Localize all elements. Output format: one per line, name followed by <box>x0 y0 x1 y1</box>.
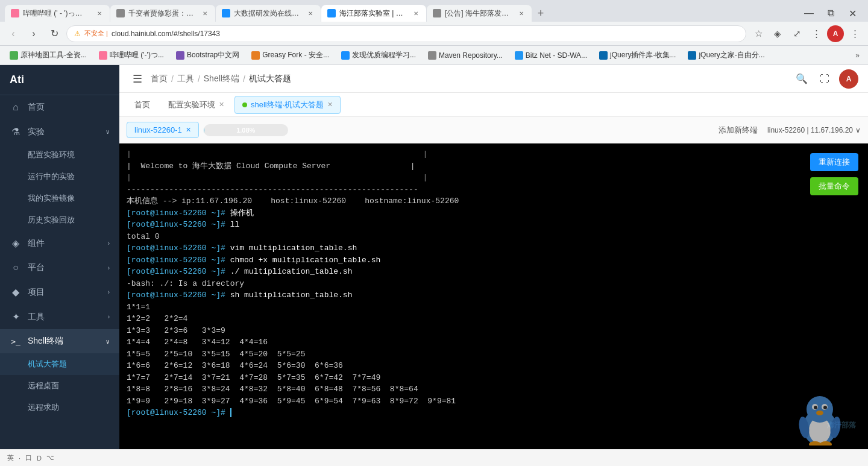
fullscreen-icon[interactable]: ⛶ <box>816 71 833 87</box>
tab-hainiubl-active[interactable]: 海汪部落实验室 | 大数据学习S... ✕ <box>321 5 426 22</box>
bookmark-maven[interactable]: Maven Repository... <box>423 49 508 61</box>
reconnect-button[interactable]: 重新连接 <box>810 153 858 171</box>
sidebar-item-project[interactable]: ◆ 项目 › <box>0 280 119 304</box>
bookmark-programming[interactable]: 发现优质编程学习... <box>336 48 421 62</box>
bookmark-favicon-bitz <box>515 51 523 60</box>
batch-commands-button[interactable]: 批量命令 <box>810 177 858 195</box>
hamburger-menu-icon[interactable]: ☰ <box>129 71 146 87</box>
sidebar-sub-history-exp[interactable]: 历史实验回放 <box>0 209 119 231</box>
extension-icon[interactable]: ◈ <box>769 25 786 42</box>
back-button[interactable]: ‹ <box>5 25 22 42</box>
breadcrumb-shell[interactable]: Shell终端 <box>204 74 239 84</box>
new-tab-button[interactable]: + <box>532 5 549 22</box>
bookmark-favicon-greasyfork <box>251 51 260 60</box>
refresh-button[interactable]: ↻ <box>46 25 63 42</box>
sidebar-item-platform[interactable]: ○ 平台 › <box>0 256 119 280</box>
bookmarks-more-button[interactable]: » <box>852 49 863 61</box>
bookmark-greasyfork[interactable]: Greasy Fork - 安全... <box>247 48 334 62</box>
terminal[interactable]: | | | Welcome to 海牛大数据 Cloud Compute Ser… <box>119 143 868 449</box>
sub-tab-shell-close-icon[interactable]: ✕ <box>327 101 333 109</box>
experiment-arrow-icon: ∨ <box>105 128 110 135</box>
tools-icon: ✦ <box>10 311 22 323</box>
sidebar-item-home[interactable]: ⌂ 首页 <box>0 95 119 119</box>
bookmark-jquery-home[interactable]: jQuery之家-自由分... <box>683 48 769 62</box>
bookmark-favicon-programming <box>341 51 350 60</box>
user-avatar[interactable]: A <box>839 69 858 89</box>
tab-qianbianhe[interactable]: 千变者贾修彩蛋：结算时被反配... ✕ <box>110 5 215 22</box>
bookmark-label-programming: 发现优质编程学习... <box>352 50 416 60</box>
sub-tab-home[interactable]: 首页 <box>127 96 158 114</box>
close-window-button[interactable]: ✕ <box>844 5 861 22</box>
sidebar-logo: Ati <box>0 65 119 95</box>
search-icon[interactable]: 🔍 <box>793 71 810 87</box>
tab-close-bilibili[interactable]: ✕ <box>95 9 104 17</box>
breadcrumb-home[interactable]: 首页 <box>151 74 168 84</box>
sub-tab-shell[interactable]: shell终端·机试大答题 ✕ <box>234 96 341 114</box>
shell-tab-label: linux-52260-1 <box>134 125 182 134</box>
breadcrumb-sep-2: / <box>198 74 200 84</box>
tab-close-3[interactable]: ✕ <box>306 9 315 17</box>
tab-close-4[interactable]: ✕ <box>412 9 420 17</box>
sub-tab-config[interactable]: 配置实验环境 ✕ <box>160 96 232 114</box>
breadcrumb-tools[interactable]: 工具 <box>177 74 194 84</box>
sidebar-sub-my-mirror[interactable]: 我的实验镜像 <box>0 187 119 209</box>
tab-close-2[interactable]: ✕ <box>201 9 209 17</box>
app-container: Ati ⌂ 首页 ⚗ 实验 ∨ 配置实验环境 运行中的实验 我的实验镜像 历史实… <box>0 65 868 449</box>
sidebar-item-experiment[interactable]: ⚗ 实验 ∨ <box>0 119 119 144</box>
bookmark-bitz[interactable]: Bitz Net - SD-WA... <box>510 49 592 61</box>
add-terminal-button[interactable]: 添加新终端 <box>714 122 763 138</box>
sidebar-sub-running-exp[interactable]: 运行中的实验 <box>0 166 119 187</box>
sidebar-item-component[interactable]: ◈ 组件 › <box>0 231 119 256</box>
tab-bilibili[interactable]: 哔哩哔哩 (' - ')っロ 千杯~-bili... ✕ <box>5 5 110 22</box>
tab-close-5[interactable]: ✕ <box>517 9 526 17</box>
tab-favicon-4 <box>327 9 336 17</box>
bookmark-bilibili[interactable]: 哔哩哔哩 ('-')つ... <box>94 48 169 62</box>
address-bar-row: ‹ › ↻ ⚠ 不安全 | cloud.hainiubl.com/#/shell… <box>0 22 868 46</box>
menu-icon[interactable]: ⋮ <box>846 25 863 42</box>
bookmarks-bar: 原神地图工具-全资... 哔哩哔哩 ('-')つ... Bootstrap中文网… <box>0 46 868 65</box>
sync-icon[interactable]: ⤢ <box>788 25 805 42</box>
progress-bar: 1.08% <box>204 124 288 136</box>
terminal-line-chmod: [root@linux-52260 ~]# chmod +x multiplic… <box>127 254 861 266</box>
terminal-line-row6: 1*6=6 2*6=12 3*6=18 4*6=24 5*6=30 6*6=36 <box>127 360 861 372</box>
sidebar-sub-remote-help[interactable]: 远程求助 <box>0 397 119 418</box>
project-arrow-icon: › <box>108 289 110 295</box>
sidebar-sub-exam[interactable]: 机试大答题 <box>0 353 119 375</box>
tab-favicon-2 <box>116 9 125 17</box>
sidebar-sub-config-env[interactable]: 配置实验环境 <box>0 144 119 166</box>
shell-tab-close-icon[interactable]: ✕ <box>186 126 191 134</box>
terminal-line-cursor: [root@linux-52260 ~]# <box>127 407 861 419</box>
sub-tab-config-close-icon[interactable]: ✕ <box>219 101 224 109</box>
tab-label-bilibili: 哔哩哔哩 (' - ')っロ 千杯~-bili... <box>23 8 89 19</box>
bookmark-label-yuanshen: 原神地图工具-全资... <box>20 50 87 60</box>
terminal-line-row5: 1*5=5 2*5=10 3*5=15 4*5=20 5*5=25 <box>127 348 861 361</box>
sidebar-item-platform-label: 平台 <box>28 262 102 273</box>
bookmark-bootstrap[interactable]: Bootstrap中文网 <box>171 48 244 62</box>
address-bar[interactable]: ⚠ 不安全 | cloud.hainiubl.com/#/shells/1734… <box>66 25 746 42</box>
sub-tabs-bar: 首页 配置实验环境 ✕ shell终端·机试大答题 ✕ <box>119 93 868 117</box>
toolbar-right: ☆ ◈ ⤢ ⋮ A ⋮ <box>750 25 863 42</box>
url-prefix: 不安全 | <box>84 29 108 38</box>
bookmark-star-icon[interactable]: ☆ <box>750 25 767 42</box>
tab-bar: 哔哩哔哩 (' - ')っロ 千杯~-bili... ✕ 千变者贾修彩蛋：结算时… <box>0 0 868 22</box>
settings-icon[interactable]: ⋮ <box>808 25 825 42</box>
sidebar-item-shell[interactable]: >_ Shell终端 ∨ <box>0 329 119 353</box>
profile-avatar[interactable]: A <box>827 25 844 42</box>
terminal-line-row4: 1*4=4 2*4=8 3*4=12 4*4=16 <box>127 336 861 348</box>
bookmark-yuanshen[interactable]: 原神地图工具-全资... <box>5 48 92 62</box>
bookmark-jquery-plugin[interactable]: jQuery插件库-收集... <box>594 48 681 62</box>
sidebar-item-tools[interactable]: ✦ 工具 › <box>0 304 119 329</box>
tab-announcement[interactable]: [公告] 海牛部落发帖及问答提问... ✕ <box>427 5 532 22</box>
server-chevron-icon[interactable]: ∨ <box>855 126 861 134</box>
terminal-line-border2: | | <box>127 172 861 184</box>
status-dot: · <box>19 455 20 462</box>
tab-exam[interactable]: 大数据研发岗在线机试 A | 海牛S... ✕ <box>216 5 321 22</box>
status-lang: 英 <box>7 453 14 462</box>
shell-tab-active-dot <box>242 102 247 107</box>
restore-button[interactable]: ⧉ <box>822 5 839 22</box>
forward-button[interactable]: › <box>25 25 42 42</box>
sidebar-sub-remote-desktop[interactable]: 远程桌面 <box>0 375 119 397</box>
shell-tab-linux[interactable]: linux-52260-1 ✕ <box>127 122 199 138</box>
minimize-button[interactable]: — <box>800 5 817 22</box>
terminal-line-vim: [root@linux-52260 ~]# vim multiplication… <box>127 242 861 254</box>
